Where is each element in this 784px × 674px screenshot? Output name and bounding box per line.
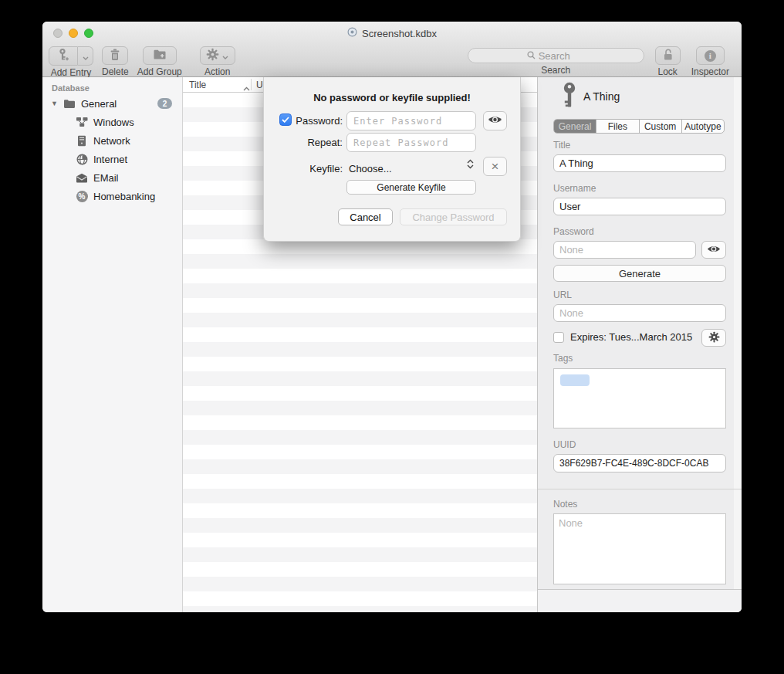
sidebar-item-label: Internet bbox=[93, 154, 127, 165]
sidebar-item-network[interactable]: Network bbox=[42, 131, 182, 150]
action-label: Action bbox=[204, 66, 230, 77]
reveal-password-button[interactable] bbox=[701, 241, 726, 259]
password-label: Password bbox=[553, 226, 594, 237]
notes-label: Notes bbox=[553, 499, 577, 510]
dialog-password-label: Password: bbox=[264, 115, 343, 127]
key-icon bbox=[561, 82, 578, 112]
expires-checkbox[interactable] bbox=[553, 332, 564, 343]
expires-settings-button[interactable] bbox=[701, 329, 726, 347]
uuid-label: UUID bbox=[553, 439, 576, 450]
delete-label: Delete bbox=[102, 66, 129, 77]
title-label: Title bbox=[553, 140, 570, 151]
dialog-message: No password or keyfile supplied! bbox=[264, 92, 520, 103]
notes-divider bbox=[538, 489, 742, 489]
disclosure-triangle-icon[interactable]: ▼ bbox=[51, 100, 58, 107]
sidebar-item-internet[interactable]: Internet bbox=[42, 150, 182, 168]
sidebar-item-label: Homebanking bbox=[93, 191, 155, 202]
sidebar: Database ▼ General 2 Windows Networ bbox=[42, 77, 183, 612]
add-group-tool: Add Group bbox=[137, 46, 182, 77]
entry-count-badge: 2 bbox=[157, 98, 172, 109]
title-field[interactable] bbox=[553, 154, 726, 172]
dialog-repeat-label: Repeat: bbox=[264, 137, 343, 148]
expires-label: Expires: Tues...March 2015 bbox=[570, 331, 692, 343]
inspector-tool: i Inspector bbox=[691, 46, 729, 77]
action-tool: Action bbox=[200, 46, 235, 77]
search-tool: Search bbox=[468, 46, 644, 77]
server-icon bbox=[75, 135, 89, 147]
workgroup-icon bbox=[75, 117, 89, 127]
search-label: Search bbox=[541, 65, 570, 76]
gear-icon bbox=[206, 48, 219, 64]
lock-open-icon bbox=[662, 48, 674, 64]
add-entry-button[interactable] bbox=[49, 46, 78, 66]
column-header-title[interactable]: Title bbox=[189, 80, 206, 90]
search-icon bbox=[527, 49, 536, 63]
lock-button[interactable] bbox=[655, 46, 681, 65]
inspector-button[interactable]: i bbox=[696, 46, 725, 65]
sidebar-item-email[interactable]: EMail bbox=[42, 168, 182, 187]
keyfile-popup-value[interactable]: Choose... bbox=[349, 163, 392, 174]
add-entry-tool: Add Entry bbox=[49, 46, 93, 77]
add-entry-dropdown[interactable] bbox=[78, 46, 93, 66]
sidebar-item-homebanking[interactable]: % Homebanking bbox=[42, 187, 182, 205]
eye-icon bbox=[488, 115, 502, 127]
lock-tool: Lock bbox=[655, 46, 681, 77]
close-icon: × bbox=[492, 159, 499, 174]
sidebar-item-windows[interactable]: Windows bbox=[42, 113, 182, 131]
username-label: Username bbox=[553, 183, 596, 194]
sidebar-item-label: Network bbox=[93, 135, 130, 147]
entry-title: A Thing bbox=[583, 90, 620, 103]
tab-files[interactable]: Files bbox=[596, 120, 638, 133]
app-window: Screenshot.kdbx bbox=[42, 22, 742, 612]
document-icon bbox=[347, 27, 357, 39]
change-password-dialog: No password or keyfile supplied! Passwor… bbox=[263, 77, 521, 242]
window-title-row: Screenshot.kdbx bbox=[42, 22, 742, 45]
percent-icon: % bbox=[75, 191, 89, 202]
globe-icon bbox=[75, 154, 89, 165]
inspector-label: Inspector bbox=[691, 66, 729, 77]
envelope-icon bbox=[75, 173, 89, 183]
change-password-button[interactable]: Change Password bbox=[400, 208, 507, 225]
inspector-footer bbox=[538, 589, 742, 612]
tab-autotype[interactable]: Autotype bbox=[681, 120, 724, 133]
chevron-down-icon bbox=[83, 49, 89, 63]
add-group-button[interactable] bbox=[143, 46, 177, 65]
tab-custom[interactable]: Custom bbox=[639, 120, 681, 133]
action-button[interactable] bbox=[200, 46, 235, 65]
tab-general[interactable]: General bbox=[554, 120, 596, 133]
password-field[interactable] bbox=[553, 241, 696, 259]
sort-ascending-icon bbox=[243, 83, 250, 93]
delete-tool: Delete bbox=[102, 46, 129, 77]
dialog-reveal-password-button[interactable] bbox=[483, 111, 507, 130]
sidebar-item-general[interactable]: ▼ General 2 bbox=[42, 94, 182, 113]
add-group-label: Add Group bbox=[137, 66, 182, 77]
tags-box[interactable] bbox=[553, 368, 726, 428]
enter-password-input[interactable] bbox=[346, 111, 476, 130]
add-entry-label: Add Entry bbox=[51, 67, 92, 78]
url-field[interactable] bbox=[553, 304, 726, 322]
clear-keyfile-button[interactable]: × bbox=[483, 157, 507, 176]
repeat-password-input[interactable] bbox=[346, 133, 476, 152]
column-header-username[interactable]: U bbox=[256, 80, 263, 90]
trash-icon bbox=[109, 48, 121, 64]
uuid-field[interactable] bbox=[553, 454, 726, 472]
username-field[interactable] bbox=[553, 198, 726, 215]
generate-password-button[interactable]: Generate bbox=[553, 265, 726, 282]
titlebar[interactable]: Screenshot.kdbx bbox=[42, 22, 742, 45]
cancel-button[interactable]: Cancel bbox=[338, 208, 393, 225]
search-input[interactable] bbox=[539, 50, 585, 62]
search-field[interactable] bbox=[468, 48, 644, 63]
delete-button[interactable] bbox=[102, 46, 128, 65]
notes-field[interactable] bbox=[553, 513, 726, 584]
generate-keyfile-button[interactable]: Generate Keyfile bbox=[346, 180, 476, 195]
sidebar-item-label: Windows bbox=[93, 117, 134, 128]
sidebar-item-label: General bbox=[81, 98, 117, 110]
stepper-icon[interactable] bbox=[467, 159, 474, 169]
sidebar-section-header: Database bbox=[52, 83, 90, 93]
inspector-scrollbar[interactable] bbox=[734, 77, 742, 589]
inspector-panel: A Thing General Files Custom Autotype Ti… bbox=[537, 77, 742, 612]
lock-label: Lock bbox=[657, 66, 677, 77]
tag-token[interactable] bbox=[560, 374, 590, 386]
column-divider[interactable] bbox=[251, 79, 252, 90]
toolbar: Add Entry Delete bbox=[42, 45, 742, 77]
